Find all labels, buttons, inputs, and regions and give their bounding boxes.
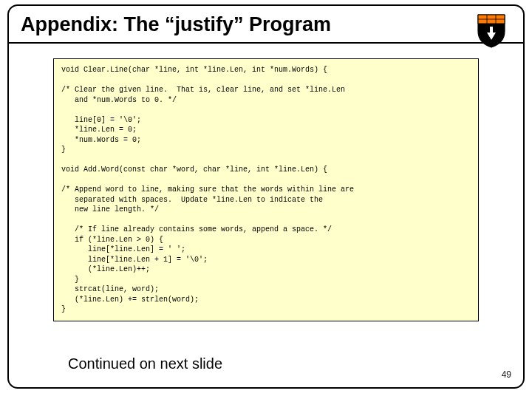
- princeton-shield-icon: [476, 13, 507, 49]
- slide-frame: Appendix: The “justify” Program void Cle…: [7, 4, 525, 389]
- code-block: void Clear.Line(char *line, int *line.Le…: [53, 58, 479, 321]
- slide-title: Appendix: The “justify” Program: [21, 13, 331, 36]
- page-number: 49: [502, 369, 511, 380]
- slide-title-bar: Appendix: The “justify” Program: [9, 6, 523, 44]
- continued-label: Continued on next slide: [68, 355, 222, 372]
